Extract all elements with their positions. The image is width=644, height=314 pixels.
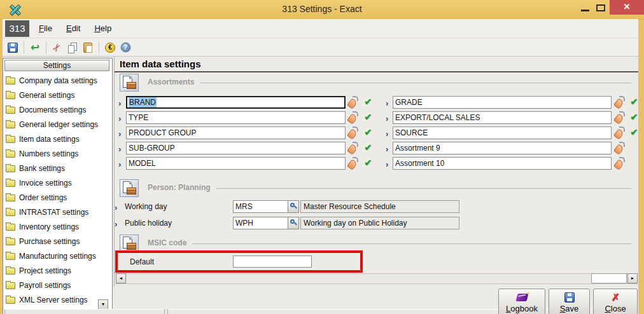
menu-file[interactable]: File — [32, 24, 59, 33]
hand-picker-icon[interactable] — [614, 126, 626, 139]
sidebar-item-manufacturing[interactable]: Manufacturing settings — [6, 250, 96, 263]
logbook-button-label: Logbook — [499, 304, 545, 313]
close-button[interactable]: ✗ Close — [593, 289, 638, 314]
sidebar-item-project[interactable]: Project settings — [6, 264, 71, 277]
sidebar-item-item-data[interactable]: Item data settings — [6, 133, 80, 146]
cut-icon[interactable]: ✂ — [51, 41, 64, 54]
sidebar-item-label: Manufacturing settings — [19, 252, 96, 261]
sidebar-item-bank[interactable]: Bank settings — [6, 162, 65, 175]
sidebar-item-label: Bank settings — [19, 164, 65, 173]
close-window-button[interactable]: ✕ — [610, 0, 644, 15]
menu-edit[interactable]: Edit — [59, 24, 87, 33]
sidebar-item-label: Numbers settings — [19, 149, 78, 158]
horizontal-scrollbar[interactable]: ◄ ► — [116, 273, 638, 284]
check-icon — [630, 111, 638, 123]
maximize-button[interactable] — [596, 4, 605, 11]
main-panel: Item data settings Assortments BRAND — [114, 57, 638, 287]
folder-icon — [6, 107, 15, 114]
undo-icon[interactable]: ↩ — [29, 41, 41, 54]
section-rule — [192, 243, 631, 244]
save-button-label: Save — [549, 304, 589, 313]
public-holiday-row: Public holiday Working day on Public Hol… — [115, 217, 638, 231]
sidebar-item-documents[interactable]: Documents settings — [6, 104, 86, 116]
window-body: Settings Company data settings General s… — [3, 56, 638, 314]
help-icon[interactable]: ? — [119, 41, 132, 54]
sidebar-item-payroll[interactable]: Payroll settings — [6, 279, 71, 292]
menu-help[interactable]: Help — [87, 24, 118, 33]
sidebar-item-inventory[interactable]: Inventory settings — [6, 221, 79, 233]
sidebar-item-general-ledger[interactable]: General ledger settings — [6, 118, 98, 131]
paste-icon[interactable] — [81, 41, 94, 54]
scrollbar-thumb[interactable] — [591, 273, 627, 283]
row-arrow-icon — [115, 218, 117, 229]
folder-icon — [6, 92, 15, 99]
assortment-input-export-local[interactable] — [393, 111, 612, 124]
folder-icon — [6, 180, 15, 187]
check-icon — [630, 126, 638, 138]
save-button[interactable]: Save — [549, 289, 590, 314]
statusbar-panel — [4, 309, 165, 314]
assortment-input-10[interactable] — [393, 157, 612, 170]
sidebar-item-order[interactable]: Order settings — [6, 191, 67, 204]
msic-default-input[interactable] — [233, 256, 312, 268]
working-day-description: Master Resource Schedule — [300, 200, 459, 213]
msic-default-label: Default — [130, 257, 154, 266]
statusbar-panel — [167, 309, 500, 314]
folder-icon — [6, 238, 15, 245]
assortment-row-9 — [115, 142, 638, 156]
assortment-row-10 — [115, 157, 638, 171]
browse-magnifier-icon[interactable] — [288, 217, 299, 229]
row-arrow-icon — [115, 201, 117, 213]
euro-icon[interactable]: € — [104, 41, 116, 54]
section-rule — [200, 83, 631, 83]
row-arrow-icon — [386, 143, 388, 154]
public-holiday-description: Working day on Public Holiday — [300, 217, 459, 229]
sidebar-item-general[interactable]: General settings — [6, 89, 74, 102]
sidebar-item-invoice[interactable]: Invoice settings — [6, 177, 72, 189]
save-icon[interactable] — [6, 41, 19, 54]
sidebar-header: Settings — [4, 60, 109, 71]
row-arrow-icon — [386, 158, 388, 170]
sidebar-item-label: Documents settings — [19, 106, 86, 114]
sidebar-item-xml-server[interactable]: XML Server settings — [6, 294, 88, 306]
scroll-left-button[interactable]: ◄ — [116, 273, 126, 283]
folder-icon — [6, 195, 15, 201]
working-day-code-input[interactable] — [233, 200, 288, 213]
section-rule — [216, 188, 631, 189]
close-x-icon: ✗ — [611, 292, 619, 303]
section-title-msic: MSIC code — [148, 238, 186, 247]
browse-magnifier-icon[interactable] — [288, 200, 299, 213]
assortment-input-source[interactable] — [393, 126, 612, 139]
row-arrow-icon — [386, 113, 388, 124]
sidebar-item-numbers[interactable]: Numbers settings — [6, 147, 78, 160]
hand-picker-icon[interactable] — [614, 111, 626, 123]
sidebar-scroll-down-button[interactable]: ▼ — [98, 299, 108, 310]
folder-icon — [6, 209, 15, 216]
assortment-row-grade — [115, 96, 638, 110]
public-holiday-code-input[interactable] — [233, 217, 288, 229]
sidebar-item-company-data[interactable]: Company data settings — [6, 74, 97, 87]
check-icon — [630, 96, 638, 107]
menubar: 313 File Edit Help — [3, 19, 638, 38]
hand-picker-icon[interactable] — [614, 142, 626, 154]
minimize-button[interactable] — [580, 4, 591, 13]
row-arrow-icon — [386, 97, 388, 109]
logbook-button[interactable]: Logbook — [498, 289, 545, 314]
folder-icon — [6, 268, 15, 275]
scroll-right-button[interactable]: ► — [627, 273, 638, 283]
working-day-label: Working day — [125, 202, 167, 211]
section-title-assortments: Assortments — [148, 78, 194, 86]
settings-sidebar: Settings Company data settings General s… — [3, 58, 113, 314]
sidebar-item-purchase[interactable]: Purchase settings — [6, 235, 80, 248]
copy-icon[interactable] — [66, 41, 79, 54]
hand-picker-icon[interactable] — [614, 96, 626, 108]
folder-icon — [6, 253, 15, 260]
hand-picker-icon[interactable] — [614, 157, 626, 169]
assortment-input-grade[interactable] — [393, 96, 612, 109]
sidebar-item-intrastat[interactable]: INTRASTAT settings — [6, 206, 88, 219]
assortment-input-9[interactable] — [393, 142, 612, 154]
sidebar-item-label: Item data settings — [19, 135, 80, 144]
working-day-row: Working day Master Resource Schedule — [115, 200, 638, 214]
section-icon-assortments — [120, 74, 139, 92]
page-title: Item data settings — [120, 58, 201, 69]
